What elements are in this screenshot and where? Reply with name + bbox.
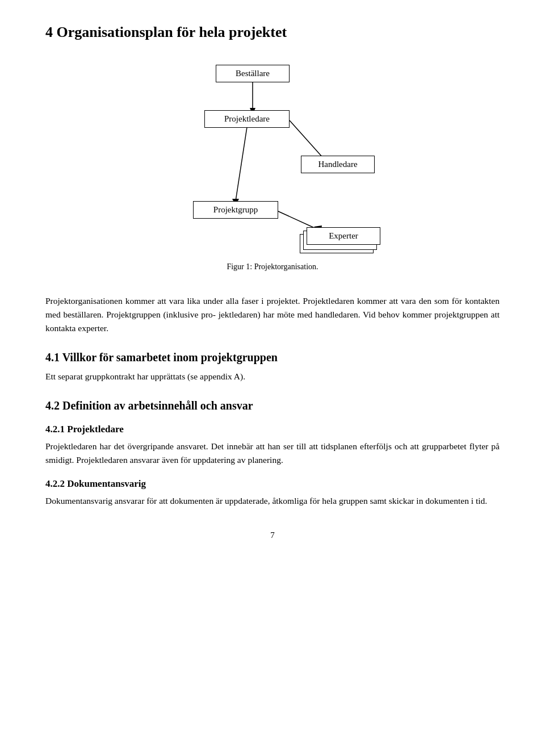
- svg-line-4: [290, 120, 324, 158]
- section-4-2-1-text: Projektledaren har det övergripande ansv…: [45, 440, 500, 467]
- box-projektgrupp: Projektgrupp: [193, 201, 278, 219]
- section-4-2-1-heading: 4.2.1 Projektledare: [45, 424, 500, 435]
- page-content: 4 Organisationsplan för hela projektet: [45, 23, 500, 540]
- section-4-2-2-text: Dokumentansvarig ansvarar för att dokume…: [45, 494, 500, 508]
- box-bestallare: Beställare: [216, 65, 290, 82]
- page-number: 7: [45, 531, 500, 540]
- section-4-2-heading: 4.2 Definition av arbetsinnehåll och ans…: [45, 399, 500, 412]
- figure-caption: Figur 1: Projektorganisation.: [227, 262, 318, 272]
- section-4-1-heading: 4.1 Villkor för samarbetet inom projektg…: [45, 351, 500, 364]
- svg-line-2: [236, 127, 247, 201]
- org-chart: Beställare Projektledare Handledare Proj…: [153, 65, 392, 258]
- org-chart-container: Beställare Projektledare Handledare Proj…: [45, 65, 500, 285]
- section-4-2-2-heading: 4.2.2 Dokumentansvarig: [45, 478, 500, 490]
- box-projektledare: Projektledare: [204, 110, 290, 128]
- section-4-1-text: Ett separat gruppkontrakt har upprättats…: [45, 370, 500, 383]
- chapter-title: 4 Organisationsplan för hela projektet: [45, 23, 500, 42]
- box-experter: Experter: [307, 227, 380, 245]
- intro-paragraph-1: Projektorganisationen kommer att vara li…: [45, 294, 500, 335]
- box-handledare: Handledare: [301, 156, 375, 173]
